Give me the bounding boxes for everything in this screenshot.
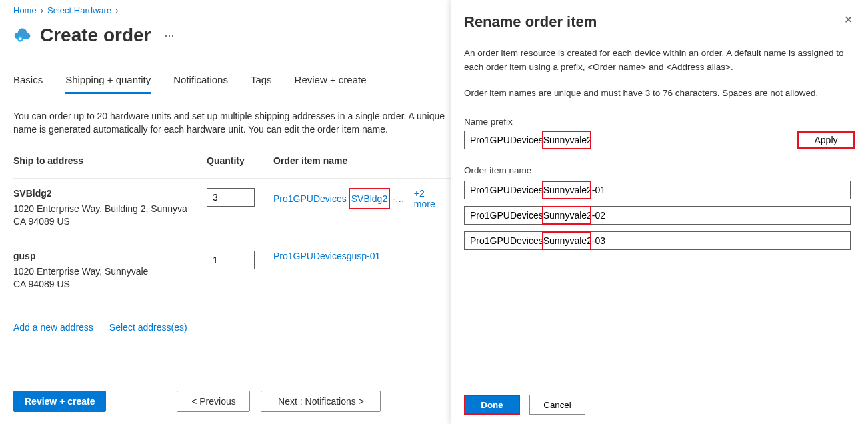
table-row: gusp 1020 Enterprise Way, Sunnyvale CA 9… — [13, 241, 451, 303]
tab-review-create[interactable]: Review + create — [295, 74, 367, 94]
tab-basics[interactable]: Basics — [13, 74, 43, 94]
done-button[interactable]: Done — [464, 395, 520, 415]
order-item-name-input[interactable] — [464, 231, 851, 250]
address-line: CA 94089 US — [13, 278, 207, 291]
col-quantity: Quantity — [207, 155, 273, 166]
order-item-name-label: Order item name — [464, 165, 855, 175]
select-addresses-link[interactable]: Select address(es) — [109, 322, 187, 333]
cancel-button[interactable]: Cancel — [529, 395, 585, 415]
panel-description-2: Order item names are unique and must hav… — [464, 87, 855, 101]
item-name-suffix: -… — [392, 193, 405, 204]
table-header-row: Ship to address Quantity Order item name — [13, 155, 451, 178]
col-order-item-name: Order item name — [273, 155, 447, 166]
close-icon[interactable]: ✕ — [841, 13, 855, 26]
order-item-name-input[interactable] — [464, 206, 851, 225]
review-create-button[interactable]: Review + create — [13, 391, 106, 412]
quantity-input[interactable] — [207, 251, 255, 269]
order-item-name-input[interactable] — [464, 181, 851, 199]
tab-notifications[interactable]: Notifications — [173, 74, 228, 94]
more-items-link[interactable]: +2 more — [414, 188, 447, 209]
next-button[interactable]: Next : Notifications > — [261, 391, 381, 412]
svg-rect-1 — [19, 38, 22, 41]
tab-tags[interactable]: Tags — [251, 74, 272, 94]
breadcrumb: Home › Select Hardware › — [13, 5, 451, 15]
panel-description-1: An order item resource is created for ea… — [464, 47, 855, 75]
address-line: CA 94089 US — [13, 215, 207, 229]
order-item-name-link[interactable]: Pro1GPUDevicesgusp-01 — [273, 251, 447, 261]
breadcrumb-home[interactable]: Home — [13, 5, 37, 15]
tab-shipping-quantity[interactable]: Shipping + quantity — [65, 74, 151, 94]
address-alias: SVBldg2 — [13, 188, 207, 199]
col-ship-to: Ship to address — [13, 155, 207, 166]
cloud-device-icon — [13, 26, 32, 45]
item-name: Pro1GPUDevicesgusp-01 — [273, 251, 380, 261]
chevron-right-icon: › — [41, 5, 43, 15]
name-prefix-input[interactable] — [464, 131, 733, 149]
quantity-input[interactable] — [207, 188, 255, 207]
address-line: 1020 Enterprise Way, Sunnyvale — [13, 265, 207, 279]
address-alias: gusp — [13, 251, 207, 261]
more-actions-button[interactable]: ··· — [159, 29, 175, 43]
wizard-tabs: Basics Shipping + quantity Notifications… — [13, 74, 451, 95]
rename-order-item-panel: Rename order item ✕ An order item resour… — [451, 0, 868, 424]
apply-button[interactable]: Apply — [797, 131, 855, 149]
item-name-highlight: SVBldg2 — [349, 188, 390, 209]
table-row: SVBldg2 1020 Enterprise Way, Building 2,… — [13, 178, 451, 241]
breadcrumb-select-hardware[interactable]: Select Hardware — [47, 5, 111, 15]
add-address-link[interactable]: Add a new address — [13, 322, 93, 333]
name-prefix-label: Name prefix — [464, 117, 855, 127]
intro-text: You can order up to 20 hardware units an… — [13, 109, 451, 137]
page-title: Create order — [40, 25, 151, 46]
previous-button[interactable]: < Previous — [177, 391, 250, 412]
address-line: 1020 Enterprise Way, Building 2, Sunnyva — [13, 203, 207, 216]
chevron-right-icon: › — [115, 5, 118, 15]
panel-title: Rename order item — [464, 13, 597, 31]
order-item-name-link[interactable]: Pro1GPUDevicesSVBldg2-… +2 more — [273, 188, 447, 209]
item-name-prefix: Pro1GPUDevices — [273, 193, 347, 204]
